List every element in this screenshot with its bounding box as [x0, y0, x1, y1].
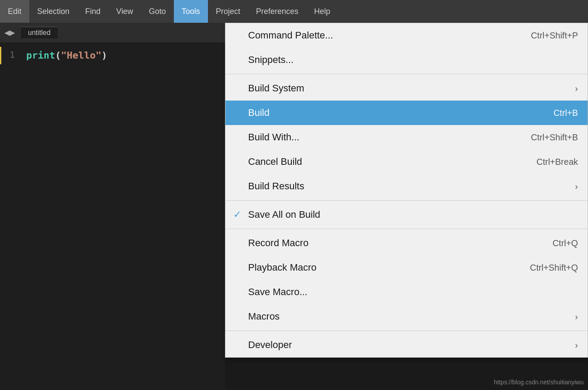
separator-1: [225, 74, 588, 74]
tools-dropdown-menu: Command Palette... Ctrl+Shift+P Snippets…: [225, 23, 588, 358]
menu-entry-build[interactable]: Build Ctrl+B: [225, 101, 588, 125]
menu-entry-build-system[interactable]: Build System ›: [225, 76, 588, 101]
code-string: "Hello": [61, 50, 101, 61]
menu-entry-command-palette[interactable]: Command Palette... Ctrl+Shift+P: [225, 23, 588, 48]
editor-tab-bar: ◀▶ untitled: [0, 23, 225, 42]
menu-entry-developer[interactable]: Developer ›: [225, 333, 588, 357]
dropdown-overlay: Command Palette... Ctrl+Shift+P Snippets…: [225, 0, 588, 390]
arrow-icon: ›: [575, 84, 578, 94]
menu-entry-macros[interactable]: Macros ›: [225, 304, 588, 329]
menu-edit[interactable]: Edit: [0, 0, 29, 23]
code-keyword: print: [26, 50, 55, 61]
arrow-icon-3: ›: [575, 312, 578, 322]
separator-2: [225, 200, 588, 201]
line-numbers: 1: [0, 47, 22, 64]
arrow-icon-2: ›: [575, 181, 578, 192]
menu-entry-snippets[interactable]: Snippets...: [225, 48, 588, 72]
menu-entry-save-macro[interactable]: Save Macro...: [225, 280, 588, 304]
code-paren-open: (: [55, 50, 61, 61]
separator-3: [225, 229, 588, 229]
menu-entry-build-results[interactable]: Build Results ›: [225, 174, 588, 198]
menu-entry-build-with[interactable]: Build With... Ctrl+Shift+B: [225, 125, 588, 150]
code-content: print("Hello"): [22, 47, 111, 64]
editor-tab[interactable]: untitled: [21, 27, 58, 38]
menu-find[interactable]: Find: [77, 0, 108, 23]
editor-body: 1 print("Hello"): [0, 42, 225, 64]
menu-entry-cancel-build[interactable]: Cancel Build Ctrl+Break: [225, 150, 588, 174]
menu-entry-save-all-on-build[interactable]: ✓ Save All on Build: [225, 202, 588, 227]
code-paren-close: ): [101, 50, 107, 61]
separator-4: [225, 331, 588, 331]
menu-view[interactable]: View: [108, 0, 141, 23]
nav-arrows[interactable]: ◀▶: [4, 28, 15, 37]
menu-entry-playback-macro[interactable]: Playback Macro Ctrl+Shift+Q: [225, 255, 588, 280]
menu-goto[interactable]: Goto: [141, 0, 174, 23]
menu-selection[interactable]: Selection: [29, 0, 77, 23]
menu-entry-record-macro[interactable]: Record Macro Ctrl+Q: [225, 231, 588, 255]
menu-tools[interactable]: Tools: [174, 0, 208, 23]
checkmark-icon: ✓: [233, 209, 241, 220]
arrow-icon-4: ›: [575, 340, 578, 350]
editor-area: ◀▶ untitled 1 print("Hello"): [0, 23, 225, 390]
